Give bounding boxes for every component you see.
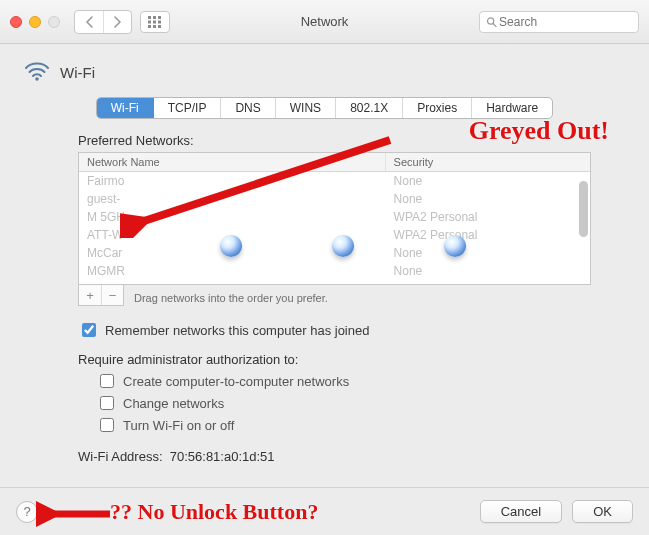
- preferred-networks-table: Network Name Security FairmoNoneguest-No…: [78, 152, 591, 285]
- remember-networks-label: Remember networks this computer has join…: [105, 323, 369, 338]
- svg-rect-7: [153, 25, 156, 28]
- tab-bar: Wi-FiTCP/IPDNSWINS802.1XProxiesHardware: [96, 97, 553, 119]
- window-controls: [10, 16, 60, 28]
- network-name-cell: MGMR: [79, 263, 386, 279]
- close-window-icon[interactable]: [10, 16, 22, 28]
- search-field[interactable]: [479, 11, 639, 33]
- ok-button[interactable]: OK: [572, 500, 633, 523]
- tab-proxies[interactable]: Proxies: [403, 98, 472, 118]
- wifi-address-value: 70:56:81:a0:1d:51: [170, 449, 275, 464]
- drag-hint: Drag networks into the order you prefer.: [134, 286, 328, 304]
- minimize-window-icon[interactable]: [29, 16, 41, 28]
- zoom-window-icon: [48, 16, 60, 28]
- admin-check-2[interactable]: [100, 418, 114, 432]
- network-name-cell: Fairmo: [79, 173, 386, 189]
- network-security-cell: WPA2 Personal: [386, 227, 590, 243]
- table-row[interactable]: McCarNone: [79, 244, 590, 262]
- network-security-cell: WPA2 Personal: [386, 209, 590, 225]
- admin-check-0[interactable]: [100, 374, 114, 388]
- tab-hardware[interactable]: Hardware: [472, 98, 552, 118]
- svg-rect-3: [148, 20, 151, 23]
- svg-rect-8: [158, 25, 161, 28]
- network-security-cell: None: [386, 173, 590, 189]
- svg-rect-0: [148, 16, 151, 19]
- admin-auth-label: Require administrator authorization to:: [78, 352, 591, 367]
- remember-networks-checkbox[interactable]: [82, 323, 96, 337]
- back-button[interactable]: [75, 11, 103, 33]
- tab-wifi[interactable]: Wi-Fi: [97, 98, 154, 118]
- tab-dns[interactable]: DNS: [221, 98, 275, 118]
- table-row[interactable]: M 5GHWPA2 Personal: [79, 208, 590, 226]
- preferred-networks-label: Preferred Networks:: [78, 133, 591, 148]
- column-header-name[interactable]: Network Name: [79, 153, 386, 171]
- svg-rect-2: [158, 16, 161, 19]
- svg-rect-6: [148, 25, 151, 28]
- tab-8021x[interactable]: 802.1X: [336, 98, 403, 118]
- admin-check-1[interactable]: [100, 396, 114, 410]
- forward-button[interactable]: [103, 11, 131, 33]
- svg-line-10: [493, 23, 496, 26]
- help-button[interactable]: ?: [16, 501, 38, 523]
- svg-rect-1: [153, 16, 156, 19]
- wifi-address-label: Wi-Fi Address:: [78, 449, 163, 464]
- admin-check-label-2: Turn Wi-Fi on or off: [123, 418, 234, 433]
- svg-rect-5: [158, 20, 161, 23]
- table-row[interactable]: guest-None: [79, 190, 590, 208]
- wifi-icon: [24, 60, 50, 85]
- remove-network-button[interactable]: −: [101, 285, 123, 305]
- nav-back-forward: [74, 10, 132, 34]
- network-name-cell: M 5GH: [79, 209, 386, 225]
- table-row[interactable]: FairmoNone: [79, 172, 590, 190]
- tab-tcpip[interactable]: TCP/IP: [154, 98, 222, 118]
- network-name-cell: McCar: [79, 245, 386, 261]
- admin-check-label-1: Change networks: [123, 396, 224, 411]
- page-title: Wi-Fi: [60, 64, 95, 81]
- column-header-security[interactable]: Security: [386, 153, 590, 171]
- search-icon: [486, 16, 497, 28]
- cancel-button[interactable]: Cancel: [480, 500, 562, 523]
- network-security-cell: None: [386, 263, 590, 279]
- svg-point-11: [35, 77, 39, 81]
- scrollbar-thumb[interactable]: [579, 181, 588, 237]
- svg-rect-4: [153, 20, 156, 23]
- network-name-cell: ATT-W: [79, 227, 386, 243]
- network-security-cell: None: [386, 191, 590, 207]
- admin-check-label-0: Create computer-to-computer networks: [123, 374, 349, 389]
- table-row[interactable]: MGMRNone: [79, 262, 590, 280]
- table-row[interactable]: ATT-WWPA2 Personal: [79, 226, 590, 244]
- add-network-button[interactable]: +: [79, 285, 101, 305]
- tab-wins[interactable]: WINS: [276, 98, 336, 118]
- table-scrollbar[interactable]: [579, 181, 588, 278]
- show-all-button[interactable]: [140, 11, 170, 33]
- search-input[interactable]: [497, 14, 632, 30]
- network-security-cell: None: [386, 245, 590, 261]
- network-name-cell: guest-: [79, 191, 386, 207]
